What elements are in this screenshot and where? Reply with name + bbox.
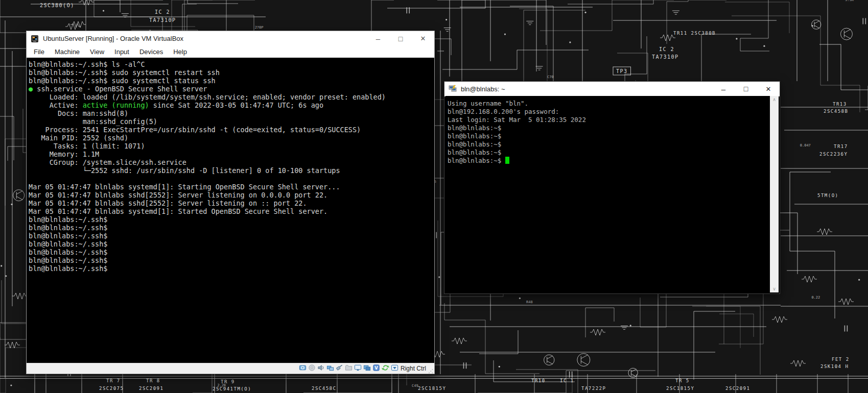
schematic-part-label: 2SC2091 <box>725 386 750 391</box>
schematic-value-label: 0.047 <box>800 143 811 148</box>
schematic-part-label: TR 5 <box>675 378 690 383</box>
desktop: { "colors": { "terminal_green": "#3ce43c… <box>0 0 868 393</box>
terminal-line: bln@blnlabs:~$ <box>448 157 768 165</box>
terminal-line: bln@blnlabs:~$ <box>448 132 768 140</box>
terminal-line: bln@blnlabs:~/.ssh$ <box>29 248 434 256</box>
scroll-down-icon[interactable]: ∨ <box>772 286 776 292</box>
features-icon[interactable]: V <box>372 364 380 372</box>
terminal-line: Active: active (running) since Sat 2022-… <box>29 101 434 109</box>
schematic-part-label: IC 1 <box>560 378 574 383</box>
terminal-line: Memory: 1.1M <box>29 150 434 158</box>
terminal-line: bln@blnlabs:~/.ssh$ <box>29 240 434 248</box>
host-key-label: Right Ctrl <box>401 365 426 372</box>
terminal-line: bln@blnlabs:~/.ssh$ sudo systemctl resta… <box>29 68 434 77</box>
schematic-part-label: IC 2 <box>155 9 170 15</box>
menu-devices[interactable]: Devices <box>134 46 168 58</box>
schematic-value-label: C49 <box>412 384 418 388</box>
terminal-line: Mar 05 01:47:47 blnlabs sshd[2552]: Serv… <box>29 191 434 199</box>
terminal-line: bln@blnlabs:~$ <box>448 149 768 157</box>
recording-icon[interactable] <box>363 364 371 372</box>
schematic-part-label: TR10 <box>531 378 546 383</box>
virtualbox-statusbar: V Right Ctrl <box>27 363 434 374</box>
schematic-part-label: 2SK104 H <box>820 364 849 369</box>
putty-terminal-area: Using username "bln".bln@192.168.0.200's… <box>445 96 779 292</box>
schematic-value-label: 3.3K <box>845 0 854 2</box>
keyboard-icon[interactable] <box>391 364 398 372</box>
schematic-value-label: R48 <box>526 300 533 304</box>
terminal-line <box>29 175 434 183</box>
virtualbox-window: UbuntuServer [Running] - Oracle VM Virtu… <box>26 31 435 374</box>
schematic-part-label: TA7310P <box>652 54 679 60</box>
menu-view[interactable]: View <box>85 46 109 58</box>
menu-machine[interactable]: Machine <box>50 46 85 58</box>
scroll-up-icon[interactable]: ∧ <box>772 96 776 103</box>
terminal-line: bln@blnlabs:~/.ssh$ sudo systemctl statu… <box>29 77 434 85</box>
schematic-part-label: 2SC380(O) <box>40 3 75 8</box>
schematic-part-label: TR 7 <box>106 378 121 383</box>
resize-grip[interactable] <box>428 367 434 373</box>
hdd-icon[interactable] <box>299 364 307 372</box>
terminal-line: bln@blnlabs:~/.ssh$ <box>29 256 434 264</box>
terminal-line: bln@blnlabs:~/.ssh$ <box>29 232 434 240</box>
schematic-part-label: 5TM(O) <box>817 193 839 198</box>
terminal-line: Mar 05 01:47:47 blnlabs systemd[1]: Star… <box>29 183 434 191</box>
schematic-part-label: IC 2 <box>659 46 674 52</box>
close-button[interactable] <box>757 82 780 96</box>
shared-folder-icon[interactable] <box>345 364 353 372</box>
optical-icon[interactable] <box>308 364 316 372</box>
svg-text:V: V <box>374 365 378 371</box>
close-button[interactable] <box>412 31 434 46</box>
putty-titlebar[interactable]: bln@blnlabs: ~ <box>444 82 780 96</box>
schematic-part-label: 2SC2075 <box>99 386 124 391</box>
terminal-line: └─2552 sshd: /usr/sbin/sshd -D [listener… <box>29 166 434 175</box>
virtualbox-titlebar[interactable]: UbuntuServer [Running] - Oracle VM Virtu… <box>27 31 434 46</box>
terminal-cursor <box>505 157 509 164</box>
window-title: UbuntuServer [Running] - Oracle VM Virtu… <box>43 35 183 42</box>
terminal-line: Last login: Sat Mar 5 01:28:35 2022 <box>448 116 768 124</box>
scrollbar[interactable]: ∧ ∨ <box>770 96 779 292</box>
terminal-line: bln@blnlabs:~/.ssh$ <box>29 264 434 273</box>
schematic-part-label: TR17 <box>834 144 848 149</box>
schematic-part-label: 2SC1815Y <box>666 386 694 391</box>
schematic-part-label: TR 8 <box>146 378 160 383</box>
schematic-value-label: 0.22 <box>811 296 820 300</box>
terminal-line: bln@blnlabs:~$ <box>448 140 768 149</box>
schematic-part-label: TA7222P <box>581 386 606 391</box>
terminal-line: Process: 2541 ExecStartPre=/usr/sbin/ssh… <box>29 126 434 134</box>
schematic-value-label: C70 <box>547 75 554 79</box>
terminal-line: bln@192.168.0.200's password: <box>448 108 768 116</box>
terminal-line: bln@blnlabs:~/.ssh$ <box>29 215 434 224</box>
window-title: bln@blnlabs: ~ <box>461 85 505 93</box>
schematic-part-label: FET 2 <box>832 357 850 362</box>
terminal-line: Docs: man:sshd(8) <box>29 109 434 117</box>
menu-input[interactable]: Input <box>109 46 134 58</box>
audio-icon[interactable] <box>317 364 325 372</box>
usb-icon[interactable] <box>336 364 343 372</box>
terminal-line: Main PID: 2552 (sshd) <box>29 134 434 142</box>
terminal-line: man:sshd_config(5) <box>29 117 434 126</box>
ssh-terminal[interactable]: Using username "bln".bln@192.168.0.200's… <box>448 96 768 292</box>
schematic-part-label: TP3 <box>616 68 628 74</box>
statusbar-icons: V <box>297 364 398 374</box>
mouse-icon[interactable] <box>382 364 389 372</box>
putty-window: bln@blnlabs: ~ Using username "bln".bln@… <box>444 81 780 294</box>
menu-help[interactable]: Help <box>168 46 192 58</box>
menu-file[interactable]: File <box>29 46 50 58</box>
terminal-line: Using username "bln". <box>448 100 768 108</box>
maximize-button[interactable] <box>735 82 757 96</box>
network-icon[interactable] <box>326 364 334 372</box>
vm-console-terminal[interactable]: bln@blnlabs:~/.ssh$ ls -al^Cbln@blnlabs:… <box>27 58 434 363</box>
schematic-part-label: 2SC1815Y <box>418 386 446 391</box>
schematic-part-label: TR13 <box>833 102 847 107</box>
terminal-line: ● ssh.service - OpenBSD Secure Shell ser… <box>29 85 434 93</box>
minimize-button[interactable] <box>712 82 735 96</box>
terminal-line: Mar 05 01:47:47 blnlabs systemd[1]: Star… <box>29 207 434 215</box>
maximize-button[interactable] <box>389 31 412 46</box>
display-icon[interactable] <box>354 364 362 372</box>
virtualbox-menubar: File Machine View Input Devices Help <box>27 46 434 58</box>
terminal-line: CGroup: /system.slice/ssh.service <box>29 158 434 166</box>
minimize-button[interactable] <box>367 31 389 46</box>
terminal-line: bln@blnlabs:~/.ssh$ ls -al^C <box>29 60 434 68</box>
schematic-part-label: 2SC458B <box>824 109 848 114</box>
schematic-value-label: 2.2K <box>218 383 227 387</box>
